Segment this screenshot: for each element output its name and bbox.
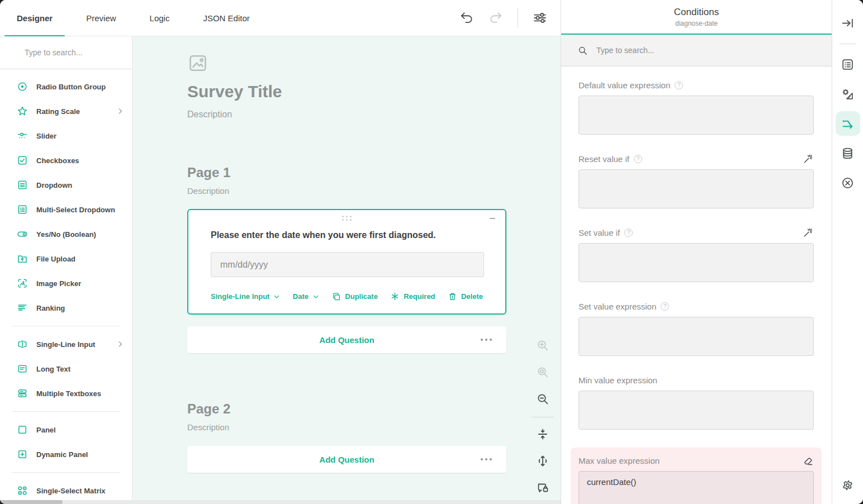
toolbox-item-label: Checkboxes xyxy=(36,156,124,165)
top-tab-bar: Designer Preview Logic JSON Editor xyxy=(0,0,561,36)
conditions-logic-icon[interactable] xyxy=(836,111,860,136)
toolbox-item-single-line-input[interactable]: Single-Line Input xyxy=(0,332,132,356)
section-label: Set value expression xyxy=(579,302,656,311)
question-type-selector[interactable]: Single-Line Input xyxy=(211,292,280,301)
duplicate-button[interactable]: Duplicate xyxy=(331,292,378,301)
toolbox-search-input[interactable] xyxy=(25,48,126,57)
min-value-expression-input[interactable] xyxy=(579,391,814,430)
undo-icon[interactable] xyxy=(459,11,474,25)
section-reset-value-if: Reset value if ? xyxy=(579,153,814,211)
section-max-value-expression-highlighted: Max value expression currentDate() xyxy=(571,448,822,504)
toolbox-item-ranking[interactable]: Ranking xyxy=(0,296,132,320)
chevron-right-icon[interactable] xyxy=(116,107,124,115)
chevron-down-icon xyxy=(273,293,280,300)
toolbox-item-dropdown[interactable]: Dropdown xyxy=(0,173,132,197)
tab-designer[interactable]: Designer xyxy=(0,0,69,36)
tab-logic[interactable]: Logic xyxy=(133,0,187,36)
settings-gear-icon[interactable] xyxy=(836,473,860,497)
add-question-menu-icon[interactable] xyxy=(477,455,495,464)
add-question-menu-icon[interactable] xyxy=(477,335,495,344)
toolbox-item-label: Slider xyxy=(36,132,124,140)
survey-description[interactable]: Description xyxy=(187,110,506,120)
zoom-in-icon[interactable] xyxy=(534,336,552,354)
collapse-all-pages-icon[interactable] xyxy=(534,425,552,443)
collapse-panel-icon[interactable] xyxy=(836,11,860,35)
question-card-diagnose-date[interactable]: Please enter the date when you were firs… xyxy=(187,209,506,315)
toolbox-item-single-select-matrix[interactable]: Single-Select Matrix xyxy=(0,478,132,503)
validation-icon[interactable] xyxy=(836,170,860,195)
add-question-button-page1[interactable]: Add Question xyxy=(187,326,506,353)
page1-title[interactable]: Page 1 xyxy=(187,165,506,180)
zoom-reset-icon[interactable] xyxy=(534,363,552,381)
survey-logo-placeholder-icon[interactable] xyxy=(187,53,208,73)
toolbox-item-label: Multiple Textboxes xyxy=(36,389,124,398)
rail-divider xyxy=(840,44,856,44)
set-value-expression-input[interactable] xyxy=(579,317,814,356)
input-type-selector[interactable]: Date xyxy=(293,292,319,301)
page1-description[interactable]: Description xyxy=(187,186,506,196)
radio-button-group-icon xyxy=(17,81,28,92)
toolbox-item-long-text[interactable]: Long Text xyxy=(0,356,132,381)
toolbox-item-label: Single-Select Matrix xyxy=(36,487,124,495)
condition-builder-wand-icon[interactable] xyxy=(803,227,814,238)
toolbox-item-rating-scale[interactable]: Rating Scale xyxy=(0,99,132,123)
lock-questions-icon[interactable] xyxy=(534,479,552,497)
page2-title[interactable]: Page 2 xyxy=(187,401,506,417)
default-value-expression-input[interactable] xyxy=(579,96,814,135)
clear-value-eraser-icon[interactable] xyxy=(803,455,814,466)
delete-button[interactable]: Delete xyxy=(448,292,483,301)
help-icon[interactable]: ? xyxy=(661,302,669,311)
max-value-expression-input[interactable]: currentDate() xyxy=(579,471,814,504)
survey-creator-window: Designer Preview Logic JSON Editor Rad xyxy=(0,0,863,504)
theme-designer-icon[interactable] xyxy=(836,82,860,106)
add-question-label: Add Question xyxy=(319,335,374,345)
toolbox-sidebar: Radio Button Group Rating Scale Slider C… xyxy=(0,36,132,500)
toolbox-item-dynamic-panel[interactable]: Dynamic Panel xyxy=(0,442,132,467)
tab-preview[interactable]: Preview xyxy=(69,0,132,36)
toolbox-item-boolean[interactable]: Yes/No (Boolean) xyxy=(0,222,132,246)
redo-icon[interactable] xyxy=(489,11,503,25)
collapse-question-icon[interactable] xyxy=(487,213,497,224)
section-label: Set value if xyxy=(579,228,620,237)
delete-trash-icon xyxy=(448,292,457,301)
add-question-button-page2[interactable]: Add Question xyxy=(187,446,506,473)
creator-settings-sliders-icon[interactable] xyxy=(533,11,547,25)
multi-select-dropdown-icon xyxy=(17,204,28,215)
condition-builder-wand-icon[interactable] xyxy=(803,153,814,164)
general-settings-icon[interactable] xyxy=(836,52,860,77)
set-value-if-input[interactable] xyxy=(579,243,814,282)
survey-title[interactable]: Survey Title xyxy=(187,82,506,101)
toolbox-item-file-upload[interactable]: File Upload xyxy=(0,246,132,271)
zoom-out-icon[interactable] xyxy=(534,390,552,408)
toolbox-item-radio-button-group[interactable]: Radio Button Group xyxy=(0,74,132,99)
toolbox-item-label: Radio Button Group xyxy=(36,83,124,91)
reset-value-if-input[interactable] xyxy=(579,169,814,208)
help-icon[interactable]: ? xyxy=(624,229,633,237)
toolbox-item-slider[interactable]: Slider xyxy=(0,123,132,148)
toolbox-item-image-picker[interactable]: Image Picker xyxy=(0,271,132,296)
panel-search[interactable] xyxy=(561,35,832,66)
horizontal-scrollbar[interactable] xyxy=(0,500,561,504)
chevron-right-icon[interactable] xyxy=(116,340,124,348)
help-icon[interactable]: ? xyxy=(675,81,683,89)
drag-scroll-mode-icon[interactable] xyxy=(534,452,552,470)
toolbox-item-checkboxes[interactable]: Checkboxes xyxy=(0,148,132,173)
help-icon[interactable]: ? xyxy=(634,155,642,163)
date-input-field[interactable] xyxy=(211,252,484,277)
toolbox-item-multiple-textboxes[interactable]: Multiple Textboxes xyxy=(0,381,132,406)
slider-icon xyxy=(17,130,28,141)
toolbox-search[interactable] xyxy=(0,36,132,69)
question-title[interactable]: Please enter the date when you were firs… xyxy=(211,230,483,240)
section-default-value-expression: Default value expression ? xyxy=(579,79,814,137)
conditions-panel: Conditions diagnose-date Default value e… xyxy=(561,0,832,504)
page2-description[interactable]: Description xyxy=(187,422,506,432)
toolbox-item-panel[interactable]: Panel xyxy=(0,417,132,442)
drag-handle-icon[interactable] xyxy=(342,216,352,221)
tab-json-editor[interactable]: JSON Editor xyxy=(186,0,266,36)
rail-divider xyxy=(532,417,554,417)
panel-search-input[interactable] xyxy=(596,46,823,55)
toolbox-item-multi-select-dropdown[interactable]: Multi-Select Dropdown xyxy=(0,197,132,222)
embedded-data-icon[interactable] xyxy=(836,141,860,165)
required-toggle[interactable]: Required xyxy=(390,292,435,301)
scrollbar-thumb[interactable] xyxy=(0,500,63,504)
